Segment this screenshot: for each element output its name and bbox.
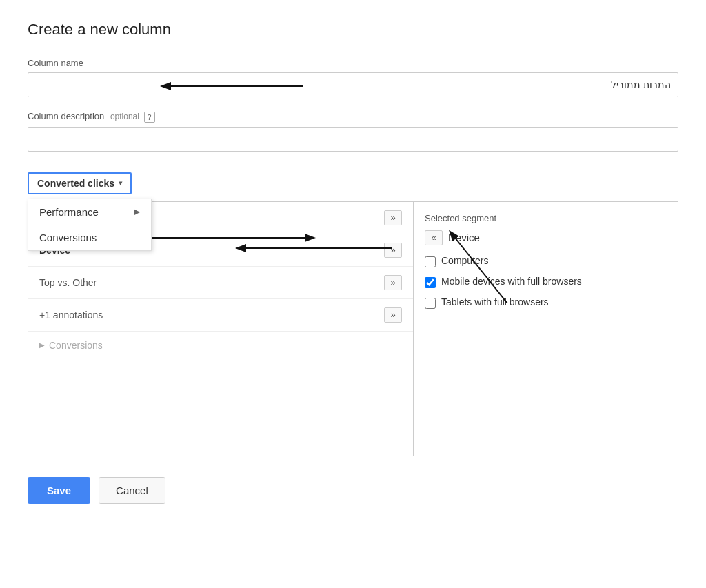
menu-item-performance[interactable]: Performance ▶	[28, 199, 151, 225]
checkbox-tablets[interactable]: Tablets with full browsers	[425, 296, 667, 309]
selected-segment-panel: Selected segment « Device Computers Mobi…	[414, 201, 678, 456]
menu-item-conversions-label: Conversions	[39, 232, 97, 243]
tablets-checkbox[interactable]	[425, 298, 436, 309]
checkbox-computers[interactable]: Computers	[425, 255, 667, 267]
selected-segment-title: Selected segment	[425, 213, 667, 223]
computers-checkbox[interactable]	[425, 256, 436, 267]
menu-item-performance-label: Performance	[39, 206, 99, 218]
segment-conversions[interactable]: ▶ Conversions	[28, 332, 413, 359]
computers-label: Computers	[441, 255, 488, 266]
segment-annotations-btn[interactable]: »	[384, 307, 402, 323]
column-description-label: Column description optional ?	[28, 111, 678, 123]
dropdown-arrow-icon: ▾	[119, 179, 122, 187]
segment-top-vs-other-label: Top vs. Other	[39, 277, 97, 288]
dropdown-label: Converted clicks	[37, 178, 114, 189]
triangle-icon: ▶	[39, 341, 45, 349]
segment-top-vs-other[interactable]: Top vs. Other »	[28, 267, 413, 299]
column-description-input[interactable]	[28, 127, 678, 152]
column-name-input[interactable]	[28, 72, 678, 97]
device-label: Device	[448, 232, 480, 243]
segment-annotations[interactable]: +1 annotations »	[28, 299, 413, 332]
segment-device-btn[interactable]: »	[384, 243, 402, 258]
mobile-label: Mobile devices with full browsers	[441, 276, 582, 287]
tablets-label: Tablets with full browsers	[441, 296, 549, 307]
device-header: « Device	[425, 230, 667, 245]
segment-network-btn[interactable]: »	[384, 210, 402, 225]
help-icon[interactable]: ?	[144, 112, 155, 123]
segment-annotations-label: +1 annotations	[39, 310, 103, 321]
button-row: Save Cancel	[28, 477, 678, 504]
optional-label: optional	[110, 112, 139, 121]
dropdown-menu: Performance ▶ Conversions	[28, 199, 152, 251]
cancel-button[interactable]: Cancel	[99, 477, 165, 504]
page-title: Create a new column	[28, 21, 678, 39]
checkbox-mobile[interactable]: Mobile devices with full browsers	[425, 276, 667, 288]
column-name-label: Column name	[28, 58, 678, 68]
arrow-to-device	[227, 241, 392, 255]
segment-conversions-label: Conversions	[49, 340, 103, 351]
mobile-checkbox[interactable]	[425, 277, 436, 288]
menu-item-conversions[interactable]: Conversions	[28, 225, 151, 250]
save-button[interactable]: Save	[28, 477, 90, 504]
converted-clicks-dropdown[interactable]: Converted clicks ▾	[28, 172, 132, 194]
chevron-right-icon: ▶	[134, 207, 140, 216]
segment-top-btn[interactable]: »	[384, 275, 402, 290]
back-button[interactable]: «	[425, 230, 443, 245]
